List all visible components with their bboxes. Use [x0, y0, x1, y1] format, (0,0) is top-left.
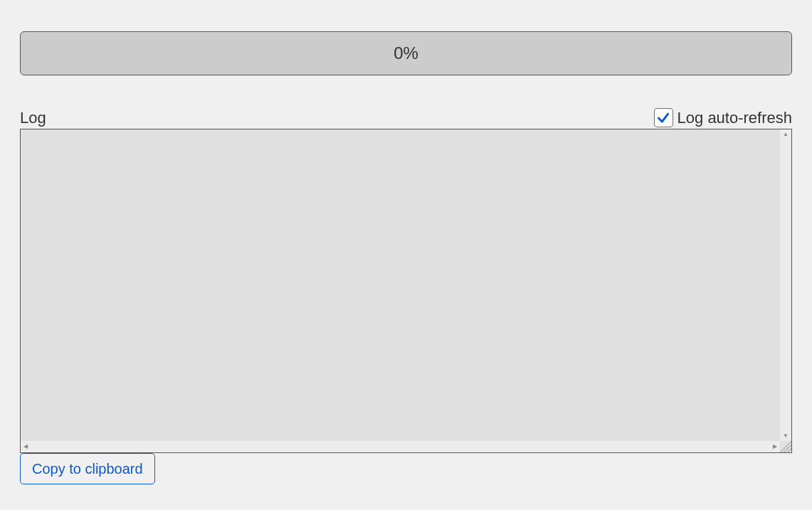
- progress-percent-text: 0%: [394, 43, 418, 63]
- scroll-right-icon: ▶: [770, 442, 780, 452]
- log-auto-refresh-group: Log auto-refresh: [654, 108, 792, 127]
- resize-grip-icon[interactable]: [780, 441, 791, 452]
- log-label: Log: [20, 109, 46, 127]
- log-textarea[interactable]: [21, 129, 780, 441]
- checkmark-icon: [656, 111, 670, 125]
- log-header: Log Log auto-refresh: [20, 108, 792, 127]
- scroll-up-icon: ▲: [780, 129, 791, 139]
- scroll-left-icon: ◀: [21, 442, 31, 452]
- log-area: ▲ ▼ ◀ ▶: [20, 129, 792, 453]
- scroll-down-icon: ▼: [780, 431, 791, 441]
- copy-to-clipboard-button[interactable]: Copy to clipboard: [20, 453, 155, 484]
- log-auto-refresh-label: Log auto-refresh: [677, 109, 792, 127]
- horizontal-scrollbar[interactable]: ◀ ▶: [21, 441, 780, 452]
- progress-bar: 0%: [20, 31, 792, 75]
- log-auto-refresh-checkbox[interactable]: [654, 108, 673, 127]
- copy-button-label: Copy to clipboard: [32, 461, 143, 477]
- vertical-scrollbar[interactable]: ▲ ▼: [780, 129, 791, 441]
